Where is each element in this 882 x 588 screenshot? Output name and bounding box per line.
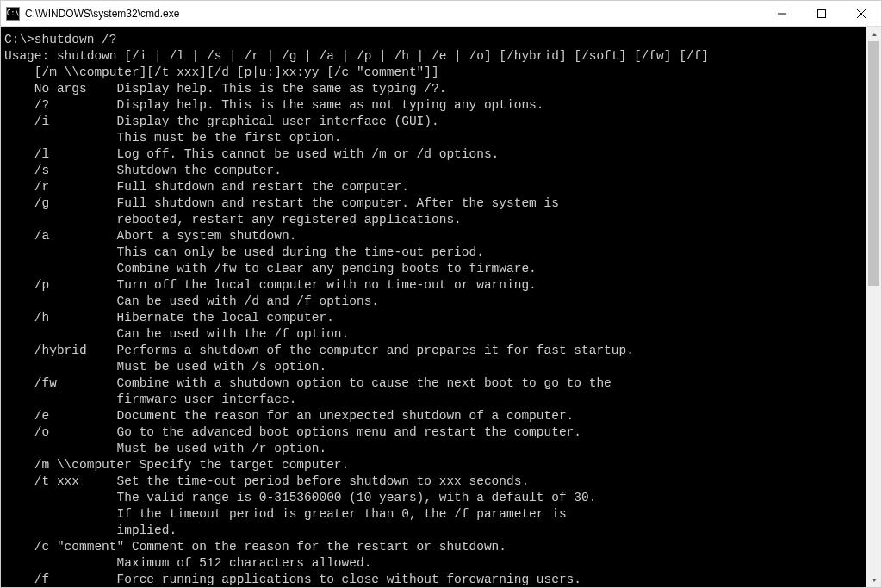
help-line: /g Full shutdown and restart the compute… xyxy=(4,195,863,212)
minimize-button[interactable] xyxy=(762,1,802,26)
help-line: Can be used with /d and /f options. xyxy=(4,294,863,310)
help-line: This can only be used during the time-ou… xyxy=(4,244,863,261)
scroll-up-button[interactable] xyxy=(866,27,881,41)
vertical-scrollbar[interactable] xyxy=(866,27,881,587)
chevron-down-icon xyxy=(871,577,878,584)
titlebar-left: C:\ C:\WINDOWS\system32\cmd.exe xyxy=(1,7,179,21)
close-button[interactable] xyxy=(842,1,881,26)
help-line: /fw Combine with a shutdown option to ca… xyxy=(4,375,863,392)
usage-line: [/m \\computer][/t xxx][/d [p|u:]xx:yy [… xyxy=(4,65,863,81)
help-line: /l Log off. This cannot be used with /m … xyxy=(4,146,863,163)
close-icon xyxy=(857,9,866,18)
help-line: rebooted, restart any registered applica… xyxy=(4,212,863,228)
help-line: implied. xyxy=(4,523,863,539)
help-line: /m \\computer Specify the target compute… xyxy=(4,457,863,473)
help-line: /h Hibernate the local computer. xyxy=(4,310,863,326)
help-line: /f Force running applications to close w… xyxy=(4,572,863,587)
help-line: The valid range is 0-315360000 (10 years… xyxy=(4,490,863,506)
help-line: Combine with /fw to clear any pending bo… xyxy=(4,261,863,277)
svg-rect-1 xyxy=(818,9,826,17)
minimize-icon xyxy=(778,9,786,18)
help-line: /hybrid Performs a shutdown of the compu… xyxy=(4,343,863,359)
help-line: No args Display help. This is the same a… xyxy=(4,81,863,97)
terminal-output[interactable]: C:\>shutdown /?Usage: shutdown [/i | /l … xyxy=(1,27,866,587)
help-line: /s Shutdown the computer. xyxy=(4,163,863,179)
help-line: /a Abort a system shutdown. xyxy=(4,228,863,244)
help-line: firmware user interface. xyxy=(4,392,863,408)
help-line: /p Turn off the local computer with no t… xyxy=(4,277,863,294)
help-line: Must be used with /r option. xyxy=(4,441,863,457)
maximize-icon xyxy=(817,9,826,18)
help-line: Must be used with /s option. xyxy=(4,359,863,375)
help-line: /t xxx Set the time-out period before sh… xyxy=(4,473,863,490)
scroll-track[interactable] xyxy=(866,41,881,573)
svg-marker-4 xyxy=(872,33,877,36)
help-line: If the timeout period is greater than 0,… xyxy=(4,506,863,523)
help-line: /r Full shutdown and restart the compute… xyxy=(4,179,863,195)
cmd-icon: C:\ xyxy=(6,7,20,21)
svg-marker-5 xyxy=(872,579,877,582)
scroll-thumb[interactable] xyxy=(868,41,879,286)
help-line: /c "comment" Comment on the reason for t… xyxy=(4,539,863,555)
maximize-button[interactable] xyxy=(802,1,842,26)
terminal-container: C:\>shutdown /?Usage: shutdown [/i | /l … xyxy=(1,27,881,587)
help-line: Can be used with the /f option. xyxy=(4,326,863,343)
window-titlebar: C:\ C:\WINDOWS\system32\cmd.exe xyxy=(1,1,881,27)
chevron-up-icon xyxy=(871,31,878,38)
help-line: /? Display help. This is the same as not… xyxy=(4,97,863,114)
window-title: C:\WINDOWS\system32\cmd.exe xyxy=(25,8,179,20)
help-line: /i Display the graphical user interface … xyxy=(4,114,863,130)
prompt-line: C:\>shutdown /? xyxy=(4,32,863,48)
help-line: /e Document the reason for an unexpected… xyxy=(4,408,863,424)
scroll-down-button[interactable] xyxy=(866,573,881,587)
help-line: /o Go to the advanced boot options menu … xyxy=(4,424,863,441)
usage-line: Usage: shutdown [/i | /l | /s | /r | /g … xyxy=(4,48,863,65)
window-controls xyxy=(762,1,881,26)
help-line: This must be the first option. xyxy=(4,130,863,146)
help-line: Maximum of 512 characters allowed. xyxy=(4,555,863,572)
